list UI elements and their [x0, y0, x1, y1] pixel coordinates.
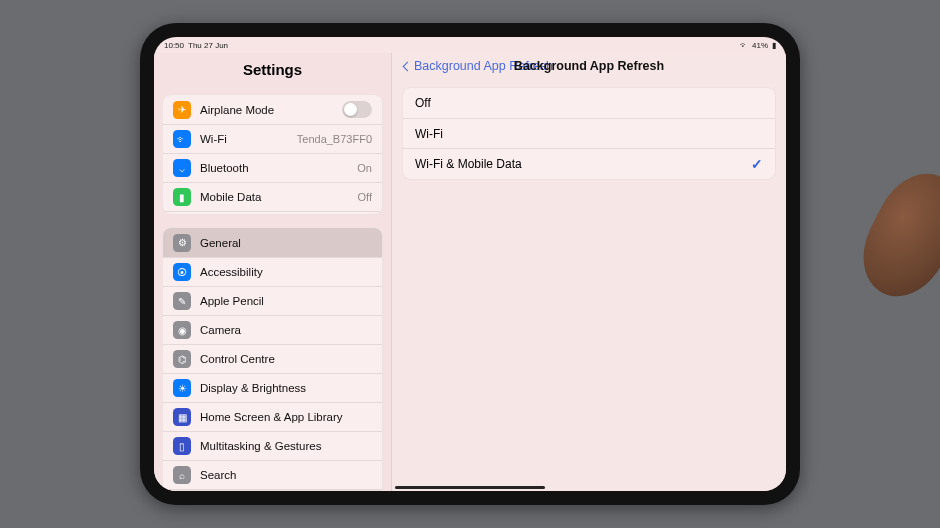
status-time: 10:50: [164, 41, 184, 50]
sidebar-item-label: Home Screen & App Library: [200, 411, 372, 423]
sidebar-item-battery[interactable]: ▮Battery: [163, 211, 382, 215]
check-icon: ✓: [751, 156, 763, 172]
display-icon: ☀: [173, 379, 191, 397]
sidebar-item-camera[interactable]: ◉Camera: [163, 315, 382, 344]
status-date: Thu 27 Jun: [188, 41, 228, 50]
sidebar-item-label: General: [200, 237, 372, 249]
battery-percent: 41%: [752, 41, 768, 50]
sidebar-item-label: Wi-Fi: [200, 133, 288, 145]
sidebar-item-label: Control Centre: [200, 353, 372, 365]
sidebar-item-label: Airplane Mode: [200, 104, 333, 116]
option-label: Wi-Fi & Mobile Data: [415, 157, 522, 171]
sidebar-item-bluetooth[interactable]: ⌵BluetoothOn: [163, 153, 382, 182]
status-bar: 10:50 Thu 27 Jun ᯤ 41% ▮: [154, 37, 786, 53]
option-label: Wi-Fi: [415, 127, 443, 141]
status-right: ᯤ 41% ▮: [740, 41, 776, 50]
airplane-icon: ✈: [173, 101, 191, 119]
settings-sidebar: Settings ✈Airplane ModeᯤWi-FiTenda_B73FF…: [154, 53, 392, 491]
chevron-left-icon: [403, 61, 413, 71]
multitask-icon: ▯: [173, 437, 191, 455]
sidebar-item-label: Search: [200, 469, 372, 481]
sidebar-item-home[interactable]: ▦Home Screen & App Library: [163, 402, 382, 431]
wifi-icon: ᯤ: [173, 130, 191, 148]
sidebar-item-general[interactable]: ⚙General: [163, 228, 382, 257]
detail-title: Background App Refresh: [514, 59, 664, 73]
sidebar-item-label: Bluetooth: [200, 162, 348, 174]
search-icon: ⌕: [173, 466, 191, 484]
refresh-option-1[interactable]: Wi-Fi: [403, 118, 775, 148]
refresh-option-0[interactable]: Off: [403, 88, 775, 118]
airplane-toggle[interactable]: [342, 101, 372, 118]
sidebar-item-search[interactable]: ⌕Search: [163, 460, 382, 489]
pencil-icon: ✎: [173, 292, 191, 310]
sidebar-item-control[interactable]: ⌬Control Centre: [163, 344, 382, 373]
option-label: Off: [415, 96, 431, 110]
accessibility-icon: ⦿: [173, 263, 191, 281]
camera-icon: ◉: [173, 321, 191, 339]
sidebar-item-label: Camera: [200, 324, 372, 336]
mobile-icon: ▮: [173, 188, 191, 206]
sidebar-item-label: Mobile Data: [200, 191, 349, 203]
sidebar-title: Settings: [154, 53, 391, 88]
home-icon: ▦: [173, 408, 191, 426]
wifi-icon: ᯤ: [740, 41, 748, 50]
sidebar-item-trail: Off: [358, 191, 372, 203]
sidebar-item-mobile[interactable]: ▮Mobile DataOff: [163, 182, 382, 211]
sidebar-item-trail: On: [357, 162, 372, 174]
sidebar-item-siri[interactable]: ◐Siri: [163, 489, 382, 491]
finger-overlay: [847, 159, 940, 311]
sidebar-item-accessibility[interactable]: ⦿Accessibility: [163, 257, 382, 286]
sidebar-item-label: Accessibility: [200, 266, 372, 278]
sidebar-item-label: Display & Brightness: [200, 382, 372, 394]
sidebar-group-general: ⚙General⦿Accessibility✎Apple Pencil◉Came…: [162, 227, 383, 491]
general-icon: ⚙: [173, 234, 191, 252]
sidebar-item-airplane[interactable]: ✈Airplane Mode: [163, 95, 382, 124]
sidebar-item-display[interactable]: ☀Display & Brightness: [163, 373, 382, 402]
detail-panel: Background App Refresh Background App Re…: [392, 53, 786, 491]
home-indicator[interactable]: [395, 486, 545, 490]
refresh-option-2[interactable]: Wi-Fi & Mobile Data✓: [403, 148, 775, 179]
control-icon: ⌬: [173, 350, 191, 368]
sidebar-item-label: Apple Pencil: [200, 295, 372, 307]
sidebar-group-connectivity: ✈Airplane ModeᯤWi-FiTenda_B73FF0⌵Bluetoo…: [162, 94, 383, 215]
sidebar-item-trail: Tenda_B73FF0: [297, 133, 372, 145]
sidebar-item-wifi[interactable]: ᯤWi-FiTenda_B73FF0: [163, 124, 382, 153]
sidebar-item-pencil[interactable]: ✎Apple Pencil: [163, 286, 382, 315]
sidebar-item-multitask[interactable]: ▯Multitasking & Gestures: [163, 431, 382, 460]
sidebar-item-label: Multitasking & Gestures: [200, 440, 372, 452]
bluetooth-icon: ⌵: [173, 159, 191, 177]
battery-icon: ▮: [772, 41, 776, 50]
refresh-option-list: OffWi-FiWi-Fi & Mobile Data✓: [402, 87, 776, 180]
